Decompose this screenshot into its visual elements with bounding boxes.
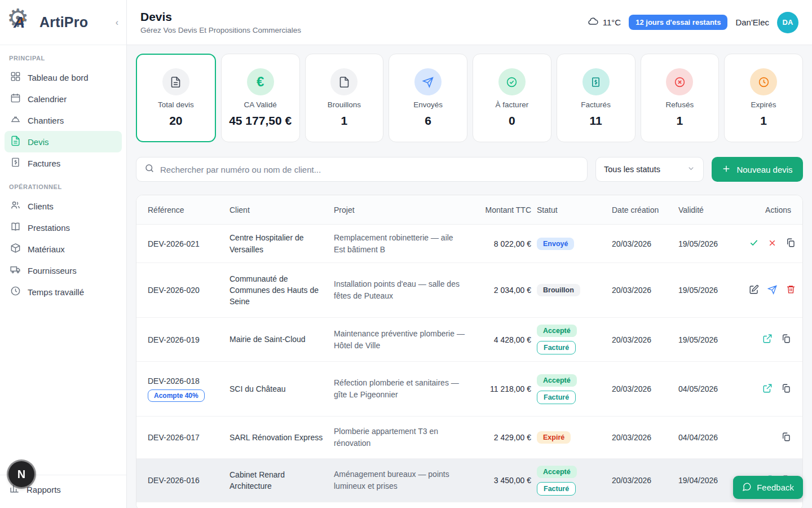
send-quote-button[interactable]: [767, 284, 778, 296]
chat-bubble-icon: [742, 482, 752, 493]
new-quote-button[interactable]: Nouveau devis: [712, 157, 803, 182]
status-filter-select[interactable]: Tous les statuts: [595, 157, 704, 182]
box-icon: [10, 243, 21, 255]
copy-quote-button[interactable]: [781, 334, 791, 345]
app-name: ArtiPro: [39, 14, 88, 30]
delete-quote-button[interactable]: [786, 284, 796, 296]
quote-reference: DEV-2026-016: [148, 476, 224, 485]
document-icon: [162, 68, 189, 95]
hardhat-icon: [10, 114, 21, 126]
quote-reference: DEV-2026-018 Acompte 40%: [148, 376, 224, 402]
page-header: Devis Gérez Vos Devis Et Propositions Co…: [127, 0, 812, 45]
quote-reference: DEV-2026-021: [148, 239, 224, 248]
receipt-icon: [582, 68, 610, 95]
status-badge: Accepté: [537, 325, 577, 337]
quote-reference: DEV-2026-020: [148, 286, 224, 295]
project-description: Réfection plomberie et sanitaires — gîte…: [334, 377, 466, 401]
artipro-logo-icon: ⚙A: [8, 9, 35, 36]
accept-quote-button[interactable]: [749, 238, 759, 249]
calendar-icon: [10, 93, 21, 105]
sidebar-item-factures[interactable]: Factures: [5, 152, 122, 174]
sidebar-section-principal: Principal: [0, 45, 126, 67]
client-name: Communauté de Communes des Hauts de Sein…: [230, 273, 328, 308]
validity-date: 19/05/2026: [678, 286, 743, 295]
open-invoice-button[interactable]: [762, 334, 773, 345]
status-badge: Facturé: [537, 391, 576, 404]
stat-card-brouillons[interactable]: Brouillons 1: [305, 54, 384, 142]
stat-card-factures[interactable]: Facturés 11: [557, 54, 636, 142]
sidebar-item-devis[interactable]: Devis: [5, 131, 122, 152]
sidebar-item-materiaux[interactable]: Matériaux: [5, 238, 122, 260]
status-badge: Accepté: [537, 466, 577, 478]
copy-icon: [785, 238, 796, 249]
logo-row: ⚙A ArtiPro ‹: [0, 0, 126, 45]
sidebar-item-temps-travaille[interactable]: Temps travaillé: [5, 281, 122, 303]
avatar[interactable]: DA: [777, 12, 798, 33]
book-icon: [10, 221, 21, 234]
table-row[interactable]: DEV-2026-020 Communauté de Communes des …: [136, 263, 802, 318]
amount-ttc: 8 022,00 €: [472, 239, 531, 248]
status-badge: Brouillon: [537, 284, 580, 296]
sidebar: ⚙A ArtiPro ‹ Principal Tableau de bord C…: [0, 0, 127, 508]
validity-date: 19/05/2026: [678, 335, 743, 344]
copy-quote-button[interactable]: [781, 432, 791, 444]
euro-icon: €: [247, 68, 274, 95]
x-icon: [767, 238, 777, 249]
clock-icon: [10, 286, 21, 298]
search-icon: [144, 163, 155, 176]
page-title: Devis: [140, 10, 301, 24]
open-invoice-button[interactable]: [762, 383, 773, 395]
edit-quote-button[interactable]: [749, 284, 759, 296]
project-description: Aménagement bureaux — points lumineux et…: [334, 468, 466, 492]
sidebar-section-operationnel: Opérationnel: [0, 174, 126, 195]
copy-quote-button[interactable]: [785, 238, 796, 249]
send-icon: [767, 284, 778, 296]
reject-quote-button[interactable]: [767, 238, 777, 249]
amount-ttc: 2 034,00 €: [472, 286, 531, 295]
quote-icon: [10, 135, 21, 148]
plus-icon: [722, 164, 731, 175]
clock-icon: [750, 68, 777, 95]
stat-card-envoyes[interactable]: Envoyés 6: [389, 54, 467, 142]
edit-icon: [749, 284, 759, 296]
grid-icon: [10, 71, 21, 84]
chevron-down-icon: [687, 164, 695, 174]
dev-indicator-badge[interactable]: N: [8, 461, 34, 487]
sidebar-item-fournisseurs[interactable]: Fournisseurs: [5, 260, 122, 281]
toolbar: Tous les statuts Nouveau devis: [136, 157, 803, 182]
sidebar-item-tableau-de-bord[interactable]: Tableau de bord: [5, 67, 122, 88]
sidebar-collapse-button[interactable]: ‹: [116, 17, 118, 28]
stat-card-expires[interactable]: Expirés 1: [724, 54, 803, 142]
amount-ttc: 4 428,00 €: [472, 335, 531, 344]
search-input[interactable]: [160, 165, 579, 174]
temperature: 11°C: [603, 17, 621, 27]
sidebar-item-calendrier[interactable]: Calendrier: [5, 88, 122, 110]
feedback-button[interactable]: Feedback: [733, 476, 803, 499]
sidebar-item-chantiers[interactable]: Chantiers: [5, 110, 122, 131]
client-name: SCI du Château: [230, 383, 328, 395]
quote-reference: DEV-2026-017: [148, 433, 224, 442]
table-row[interactable]: DEV-2026-019 Mairie de Saint-Cloud Maint…: [136, 318, 802, 362]
send-icon: [414, 68, 442, 95]
amount-ttc: 2 429,00 €: [472, 433, 531, 442]
stat-card-a-facturer[interactable]: À facturer 0: [473, 54, 551, 142]
stat-card-total-devis[interactable]: Total devis 20: [136, 54, 216, 142]
client-name: Mairie de Saint-Cloud: [230, 334, 328, 345]
copy-quote-button[interactable]: [781, 383, 791, 395]
table-row[interactable]: DEV-2026-017 SARL Rénovation Express Plo…: [136, 417, 802, 459]
table-row[interactable]: DEV-2026-021 Centre Hospitalier de Versa…: [136, 225, 802, 263]
check-circle-icon: [498, 68, 526, 95]
amount-ttc: 11 218,00 €: [472, 384, 531, 393]
sidebar-item-prestations[interactable]: Prestations: [5, 217, 122, 238]
trial-badge[interactable]: 12 jours d'essai restants: [629, 15, 727, 30]
sidebar-item-clients[interactable]: Clients: [5, 195, 122, 217]
table-row[interactable]: DEV-2026-016 Cabinet Renard Architecture…: [136, 459, 802, 502]
search-box: [136, 157, 588, 182]
date-creation: 20/03/2026: [612, 433, 673, 442]
quotes-table: Référence Client Projet Montant TTC Stat…: [136, 195, 803, 508]
status-badge: Facturé: [537, 482, 576, 496]
stat-card-refuses[interactable]: Refusés 1: [641, 54, 720, 142]
stat-card-ca-valide[interactable]: € CA Validé 45 177,50 €: [221, 54, 300, 142]
table-row[interactable]: DEV-2026-018 Acompte 40% SCI du Château …: [136, 362, 802, 417]
stats-row: Total devis 20 € CA Validé 45 177,50 € B…: [136, 54, 803, 142]
